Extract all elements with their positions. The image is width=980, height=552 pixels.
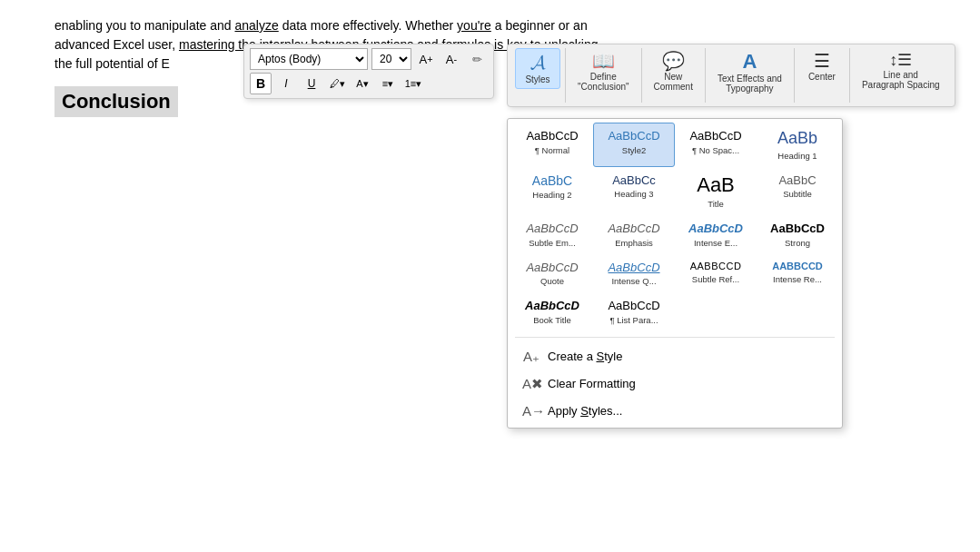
styles-grid: AaBbCcD ¶ Normal AaBbCcD Style2 AaBbCcD … xyxy=(508,119,842,335)
styles-icon: 𝓐 xyxy=(530,53,546,73)
style-preview-h1: AaBb xyxy=(777,129,817,149)
style-name-style2: Style2 xyxy=(622,145,646,155)
center-icon: ☰ xyxy=(814,52,830,70)
style-item-intense-q[interactable]: AaBbCcD Intense Q... xyxy=(593,254,675,293)
text-effects-button[interactable]: A Text Effects andTypography xyxy=(710,48,789,97)
style-item-intense-ref[interactable]: AABBCCD Intense Re... xyxy=(757,254,838,293)
center-label: Center xyxy=(808,72,836,82)
style-name-book-title: Book Title xyxy=(533,315,571,325)
apply-styles-label: Apply Styles... xyxy=(548,404,622,418)
line-spacing-icon: ↕☰ xyxy=(889,52,912,68)
style-name-normal: ¶ Normal xyxy=(535,145,569,155)
style-preview-title: AaB xyxy=(697,173,735,197)
styles-label: Styles xyxy=(525,74,549,84)
conclusion-heading: Conclusion xyxy=(54,86,178,117)
create-style-icon: A₊ xyxy=(522,349,540,365)
style-preview-h3: AaBbCc xyxy=(612,173,656,188)
underline-button[interactable]: U xyxy=(301,73,322,94)
comment-icon: 💬 xyxy=(662,52,685,70)
line-spacing-label: Line andParagraph Spacing xyxy=(862,70,940,90)
style-item-nospace[interactable]: AaBbCcD ¶ No Spac... xyxy=(675,123,757,167)
font-name-select[interactable]: Aptos (Body) xyxy=(250,48,368,70)
define-conclusion-button[interactable]: 📖 Define"Conclusion" xyxy=(570,48,637,95)
style-name-h2: Heading 2 xyxy=(532,190,571,200)
new-comment-button[interactable]: 💬 NewComment xyxy=(647,48,700,95)
numbering-button[interactable]: 1≡▾ xyxy=(402,73,424,94)
apply-styles-icon: A→ xyxy=(522,403,540,419)
style-preview-subtle-em: AaBbCcD xyxy=(526,222,578,236)
styles-footer: A₊ Create a Style A✖ Clear Formatting A→… xyxy=(508,340,842,428)
define-label: Define"Conclusion" xyxy=(578,72,629,92)
clear-formatting-label: Clear Formatting xyxy=(548,377,636,390)
style-name-intense-e: Intense E... xyxy=(694,238,737,248)
ribbon-divider-1 xyxy=(565,48,566,103)
ribbon-divider-3 xyxy=(705,48,706,103)
styles-dropdown: AaBbCcD ¶ Normal AaBbCcD Style2 AaBbCcD … xyxy=(507,118,843,429)
style-item-normal[interactable]: AaBbCcD ¶ Normal xyxy=(511,123,593,167)
style-name-nospace: ¶ No Spac... xyxy=(692,145,739,155)
grid-spacer-2 xyxy=(757,292,838,331)
style-item-subtitle[interactable]: AaBbC Subtitle xyxy=(757,167,838,215)
clear-formatting-item[interactable]: A✖ Clear Formatting xyxy=(508,370,842,398)
style-item-h1[interactable]: AaBb Heading 1 xyxy=(757,123,838,167)
ribbon-row2: B I U 🖊▾ A▾ ≡▾ 1≡▾ xyxy=(250,73,488,94)
style-item-quote[interactable]: AaBbCcD Quote xyxy=(511,254,593,293)
create-style-item[interactable]: A₊ Create a Style xyxy=(508,343,842,370)
style-item-style2[interactable]: AaBbCcD Style2 xyxy=(593,123,675,167)
style-item-h2[interactable]: AaBbC Heading 2 xyxy=(511,167,593,215)
style-name-h3: Heading 3 xyxy=(614,189,653,199)
line-spacing-button[interactable]: ↕☰ Line andParagraph Spacing xyxy=(855,48,947,94)
style-item-subtle-em[interactable]: AaBbCcD Subtle Em... xyxy=(511,215,593,254)
style-preview-intense-q: AaBbCcD xyxy=(608,261,659,275)
font-color-button[interactable]: A▾ xyxy=(351,73,373,94)
grid-spacer-1 xyxy=(675,292,757,331)
new-comment-label: NewComment xyxy=(654,72,693,92)
style-name-h1: Heading 1 xyxy=(777,151,817,161)
style-item-subtle-ref[interactable]: AABBCCD Subtle Ref... xyxy=(675,254,757,293)
style-item-intense-e[interactable]: AaBbCcD Intense E... xyxy=(675,215,757,254)
ribbon-row1: Aptos (Body) 20 A+ A- ✏ xyxy=(250,48,488,70)
grow-font-button[interactable]: A+ xyxy=(415,48,437,70)
ribbon-right-tools: 𝓐 Styles 📖 Define"Conclusion" 💬 NewComme… xyxy=(507,44,955,107)
style-preview-quote: AaBbCcD xyxy=(526,261,578,275)
apply-styles-item[interactable]: A→ Apply Styles... xyxy=(508,398,842,424)
clear-format-button[interactable]: ✏ xyxy=(466,48,488,70)
style-name-subtle-ref: Subtle Ref... xyxy=(692,274,739,284)
define-icon: 📖 xyxy=(592,52,615,70)
style-item-book-title[interactable]: AaBbCcD Book Title xyxy=(511,292,593,331)
style-name-strong: Strong xyxy=(785,238,810,248)
style-preview-book-title: AaBbCcD xyxy=(525,299,579,313)
shrink-font-button[interactable]: A- xyxy=(441,48,462,70)
style-preview-nospace: AaBbCcD xyxy=(689,129,741,143)
style-item-strong[interactable]: AaBbCcD Strong xyxy=(757,215,838,254)
center-button[interactable]: ☰ Center xyxy=(799,48,845,85)
style-item-title[interactable]: AaB Title xyxy=(675,167,757,215)
doc-line-1: enabling you to manipulate and analyze d… xyxy=(54,16,926,35)
italic-button[interactable]: I xyxy=(275,73,297,94)
style-name-intense-ref: Intense Re... xyxy=(773,274,822,284)
style-preview-normal: AaBbCcD xyxy=(526,129,578,143)
bold-button[interactable]: B xyxy=(250,73,272,94)
style-preview-list-para: AaBbCcD xyxy=(608,299,659,313)
style-item-emphasis[interactable]: AaBbCcD Emphasis xyxy=(593,215,675,254)
style-item-h3[interactable]: AaBbCc Heading 3 xyxy=(593,167,675,215)
style-preview-intense-e: AaBbCcD xyxy=(688,222,743,236)
style-preview-style2: AaBbCcD xyxy=(608,129,659,143)
style-preview-intense-ref: AABBCCD xyxy=(772,261,823,272)
style-name-quote: Quote xyxy=(540,276,564,286)
style-preview-emphasis: AaBbCcD xyxy=(608,222,659,236)
text-effects-label: Text Effects andTypography xyxy=(718,74,782,94)
style-preview-strong: AaBbCcD xyxy=(770,222,825,236)
create-style-label: Create a Style xyxy=(548,350,622,363)
font-size-select[interactable]: 20 xyxy=(371,48,411,70)
style-preview-h2: AaBbC xyxy=(532,173,572,189)
style-name-title: Title xyxy=(708,199,724,209)
highlight-color-button[interactable]: 🖊▾ xyxy=(326,73,348,94)
style-item-list-para[interactable]: AaBbCcD ¶ List Para... xyxy=(593,292,675,331)
style-name-emphasis: Emphasis xyxy=(615,238,653,248)
bullets-button[interactable]: ≡▾ xyxy=(377,73,399,94)
styles-button[interactable]: 𝓐 Styles xyxy=(515,48,560,89)
ribbon-divider-5 xyxy=(849,48,850,103)
text-effects-icon: A xyxy=(742,52,757,72)
ribbon-divider-2 xyxy=(641,48,642,103)
